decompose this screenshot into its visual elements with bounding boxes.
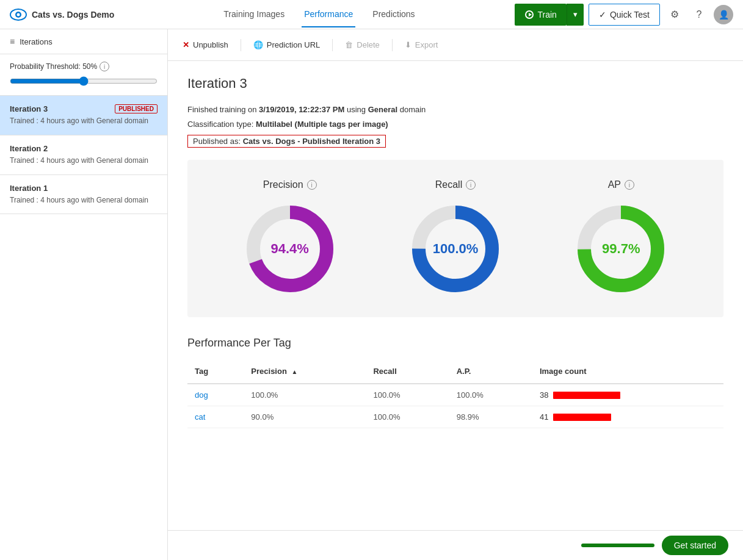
delete-button[interactable]: 🗑 Delete xyxy=(345,40,380,49)
tag-dog-link[interactable]: dog xyxy=(195,390,208,400)
iteration-item-2[interactable]: Iteration 2 Trained : 4 hours ago with G… xyxy=(0,135,167,175)
precision-card: Precision i 94.4% xyxy=(241,179,339,298)
toolbar-sep-2 xyxy=(332,39,333,51)
iteration-item-1[interactable]: Iteration 1 Trained : 4 hours ago with G… xyxy=(0,175,167,215)
close-icon: ✕ xyxy=(183,40,189,49)
iterations-header[interactable]: ≡ Iterations xyxy=(0,29,167,54)
metrics-section: Precision i 94.4% xyxy=(187,160,723,317)
iteration-3-subtitle: Trained : 4 hours ago with General domai… xyxy=(10,116,158,126)
iteration-1-name: Iteration 1 xyxy=(10,184,48,193)
content-area: Iteration 3 Finished training on 3/19/20… xyxy=(168,61,743,443)
ap-value: 99.7% xyxy=(602,241,640,257)
export-button[interactable]: ⬇ Export xyxy=(405,40,438,49)
nav-actions: Train ▾ ✓ Quick Test ⚙ ? 👤 xyxy=(515,4,734,26)
iteration-2-name: Iteration 2 xyxy=(10,144,48,153)
unpublish-button[interactable]: ✕ Unpublish xyxy=(183,40,228,49)
dog-recall: 100.0% xyxy=(366,384,449,406)
iterations-icon: ≡ xyxy=(10,37,15,46)
cat-recall: 100.0% xyxy=(366,406,449,428)
cat-count: 41 xyxy=(532,406,723,428)
dog-precision: 100.0% xyxy=(244,384,366,406)
cat-precision: 90.0% xyxy=(244,406,366,428)
toolbar-sep-1 xyxy=(241,39,241,51)
tag-cat-link[interactable]: cat xyxy=(195,412,205,422)
nav-tabs: Training Images Performance Predictions xyxy=(129,2,509,27)
col-tag: Tag xyxy=(187,362,244,384)
table-header-row: Tag Precision ▲ Recall A.P. Image count xyxy=(187,362,723,384)
precision-title: Precision i xyxy=(263,179,317,190)
progress-indicator xyxy=(581,544,654,547)
checkmark-icon: ✓ xyxy=(599,10,606,20)
app-logo: Cats vs. Dogs Demo xyxy=(10,6,114,23)
sort-icon: ▲ xyxy=(291,368,297,375)
table-row-dog: dog 100.0% 100.0% 100.0% 38 xyxy=(187,384,723,406)
iteration-1-subtitle: Trained : 4 hours ago with General domai… xyxy=(10,195,158,206)
main-layout: ≡ Iterations Probability Threshold: 50% … xyxy=(0,29,743,560)
main-content: ✕ Unpublish 🌐 Prediction URL 🗑 Delete ⬇ … xyxy=(168,29,743,560)
ap-card: AP i 99.7% xyxy=(572,179,670,298)
iteration-3-published-badge: PUBLISHED xyxy=(115,104,158,113)
recall-value: 100.0% xyxy=(433,241,479,257)
col-precision[interactable]: Precision ▲ xyxy=(244,362,366,384)
iteration-2-subtitle: Trained : 4 hours ago with General domai… xyxy=(10,156,158,166)
gear-train-icon xyxy=(524,10,534,20)
app-logo-icon xyxy=(10,6,27,23)
settings-icon-button[interactable]: ⚙ xyxy=(665,5,684,24)
globe-icon: 🌐 xyxy=(253,40,263,49)
toolbar: ✕ Unpublish 🌐 Prediction URL 🗑 Delete ⬇ … xyxy=(168,29,743,61)
ap-title: AP i xyxy=(608,179,634,190)
threshold-label: Probability Threshold: 50% i xyxy=(10,62,158,71)
ap-donut: 99.7% xyxy=(572,200,670,298)
top-nav: Cats vs. Dogs Demo Training Images Perfo… xyxy=(0,0,743,29)
ap-info-icon[interactable]: i xyxy=(625,180,634,190)
prediction-url-button[interactable]: 🌐 Prediction URL xyxy=(253,40,320,49)
col-ap: A.P. xyxy=(449,362,532,384)
avatar-button[interactable]: 👤 xyxy=(714,5,733,24)
train-button[interactable]: Train xyxy=(515,4,567,26)
recall-title: Recall i xyxy=(435,179,476,190)
threshold-slider[interactable] xyxy=(10,76,158,86)
svg-point-2 xyxy=(17,13,20,16)
precision-info-icon[interactable]: i xyxy=(307,180,317,190)
col-image-count: Image count xyxy=(532,362,723,384)
trash-icon: 🗑 xyxy=(345,40,353,49)
threshold-section: Probability Threshold: 50% i xyxy=(0,54,167,96)
cat-bar xyxy=(553,414,611,421)
iteration-3-name: Iteration 3 xyxy=(10,104,48,113)
classification-type-line: Classification type: Multilabel (Multipl… xyxy=(187,118,723,131)
table-row-cat: cat 90.0% 100.0% 98.9% 41 xyxy=(187,406,723,428)
sidebar: ≡ Iterations Probability Threshold: 50% … xyxy=(0,29,168,560)
dog-ap: 100.0% xyxy=(449,384,532,406)
tab-performance[interactable]: Performance xyxy=(302,2,355,27)
page-title: Iteration 3 xyxy=(187,76,723,92)
training-info: Finished training on 3/19/2019, 12:22:37… xyxy=(187,104,723,148)
per-tag-title: Performance Per Tag xyxy=(187,337,723,350)
recall-info-icon[interactable]: i xyxy=(466,180,476,190)
precision-value: 94.4% xyxy=(270,241,308,257)
dog-count: 38 xyxy=(532,384,723,406)
toolbar-sep-3 xyxy=(392,39,393,51)
tab-training-images[interactable]: Training Images xyxy=(221,2,287,27)
iteration-item-3[interactable]: Iteration 3 PUBLISHED Trained : 4 hours … xyxy=(0,96,167,135)
app-title: Cats vs. Dogs Demo xyxy=(32,10,114,20)
performance-table: Tag Precision ▲ Recall A.P. Image count … xyxy=(187,362,723,428)
help-icon-button[interactable]: ? xyxy=(689,5,709,24)
col-recall: Recall xyxy=(366,362,449,384)
precision-donut: 94.4% xyxy=(241,200,339,298)
cat-ap: 98.9% xyxy=(449,406,532,428)
quick-test-button[interactable]: ✓ Quick Test xyxy=(589,4,660,26)
dog-bar xyxy=(553,392,620,399)
recall-card: Recall i 100.0% xyxy=(407,179,504,298)
tab-predictions[interactable]: Predictions xyxy=(370,2,417,27)
download-icon: ⬇ xyxy=(405,40,411,49)
recall-donut: 100.0% xyxy=(407,200,504,298)
training-date-line: Finished training on 3/19/2019, 12:22:37… xyxy=(187,104,723,116)
get-started-button[interactable]: Get started xyxy=(662,536,728,555)
bottom-bar: Get started xyxy=(168,530,743,560)
threshold-info-icon[interactable]: i xyxy=(100,62,109,71)
iterations-label: Iterations xyxy=(20,37,52,46)
train-split-button[interactable]: ▾ xyxy=(567,4,584,26)
published-as-box: Published as: Cats vs. Dogs - Published … xyxy=(187,135,386,148)
